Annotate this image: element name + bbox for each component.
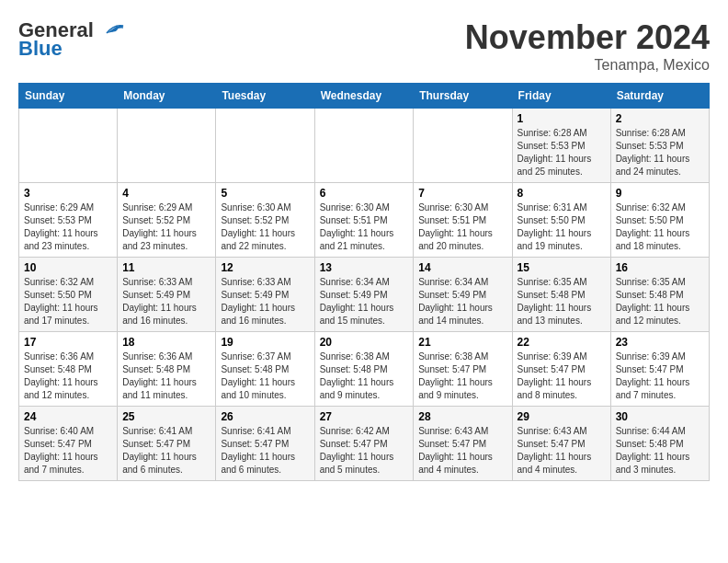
day-info: Sunrise: 6:35 AM Sunset: 5:48 PM Dayligh… bbox=[616, 276, 704, 327]
day-info: Sunrise: 6:43 AM Sunset: 5:47 PM Dayligh… bbox=[418, 425, 506, 477]
day-info: Sunrise: 6:40 AM Sunset: 5:47 PM Dayligh… bbox=[24, 425, 112, 477]
header-sunday: Sunday bbox=[19, 84, 118, 109]
calendar-cell: 7Sunrise: 6:30 AM Sunset: 5:51 PM Daylig… bbox=[414, 183, 512, 258]
day-number: 22 bbox=[518, 336, 606, 349]
header-saturday: Saturday bbox=[610, 84, 709, 109]
day-number: 23 bbox=[616, 336, 704, 349]
day-number: 20 bbox=[320, 336, 409, 349]
day-number: 28 bbox=[418, 410, 506, 423]
calendar-cell: 21Sunrise: 6:38 AM Sunset: 5:47 PM Dayli… bbox=[414, 332, 512, 407]
day-number: 12 bbox=[221, 261, 309, 274]
day-number: 18 bbox=[122, 336, 210, 349]
day-info: Sunrise: 6:29 AM Sunset: 5:53 PM Dayligh… bbox=[24, 201, 112, 253]
header-thursday: Thursday bbox=[414, 84, 512, 109]
day-number: 10 bbox=[24, 261, 112, 274]
calendar-week-4: 17Sunrise: 6:36 AM Sunset: 5:48 PM Dayli… bbox=[19, 332, 710, 407]
day-info: Sunrise: 6:33 AM Sunset: 5:49 PM Dayligh… bbox=[221, 276, 309, 327]
calendar-cell: 9Sunrise: 6:32 AM Sunset: 5:50 PM Daylig… bbox=[610, 183, 709, 258]
calendar-cell: 24Sunrise: 6:40 AM Sunset: 5:47 PM Dayli… bbox=[19, 407, 118, 481]
calendar-cell bbox=[314, 109, 414, 183]
calendar-cell: 17Sunrise: 6:36 AM Sunset: 5:48 PM Dayli… bbox=[19, 332, 118, 407]
day-info: Sunrise: 6:31 AM Sunset: 5:50 PM Dayligh… bbox=[518, 201, 606, 253]
calendar-week-1: 1Sunrise: 6:28 AM Sunset: 5:53 PM Daylig… bbox=[19, 109, 710, 183]
day-number: 3 bbox=[24, 187, 112, 200]
calendar-cell: 6Sunrise: 6:30 AM Sunset: 5:51 PM Daylig… bbox=[314, 183, 414, 258]
calendar-cell: 5Sunrise: 6:30 AM Sunset: 5:52 PM Daylig… bbox=[216, 183, 314, 258]
day-info: Sunrise: 6:36 AM Sunset: 5:48 PM Dayligh… bbox=[24, 350, 112, 402]
calendar-cell: 20Sunrise: 6:38 AM Sunset: 5:48 PM Dayli… bbox=[314, 332, 414, 407]
logo-blue: Blue bbox=[18, 37, 63, 61]
day-info: Sunrise: 6:41 AM Sunset: 5:47 PM Dayligh… bbox=[221, 425, 309, 477]
calendar-cell: 3Sunrise: 6:29 AM Sunset: 5:53 PM Daylig… bbox=[19, 183, 118, 258]
day-number: 21 bbox=[418, 336, 506, 349]
calendar-cell: 22Sunrise: 6:39 AM Sunset: 5:47 PM Dayli… bbox=[512, 332, 610, 407]
day-info: Sunrise: 6:39 AM Sunset: 5:47 PM Dayligh… bbox=[616, 350, 704, 402]
day-number: 26 bbox=[221, 410, 309, 423]
day-info: Sunrise: 6:39 AM Sunset: 5:47 PM Dayligh… bbox=[518, 350, 606, 402]
calendar-cell: 26Sunrise: 6:41 AM Sunset: 5:47 PM Dayli… bbox=[216, 407, 314, 481]
day-number: 30 bbox=[616, 410, 704, 423]
calendar-cell: 19Sunrise: 6:37 AM Sunset: 5:48 PM Dayli… bbox=[216, 332, 314, 407]
day-number: 4 bbox=[122, 187, 210, 200]
day-info: Sunrise: 6:30 AM Sunset: 5:51 PM Dayligh… bbox=[418, 201, 506, 253]
logo-bird-icon bbox=[97, 20, 125, 40]
day-number: 7 bbox=[418, 187, 506, 200]
day-info: Sunrise: 6:28 AM Sunset: 5:53 PM Dayligh… bbox=[518, 127, 606, 178]
day-number: 27 bbox=[320, 410, 409, 423]
day-number: 2 bbox=[616, 112, 704, 125]
day-info: Sunrise: 6:29 AM Sunset: 5:52 PM Dayligh… bbox=[122, 201, 210, 253]
calendar-cell: 28Sunrise: 6:43 AM Sunset: 5:47 PM Dayli… bbox=[414, 407, 512, 481]
day-info: Sunrise: 6:35 AM Sunset: 5:48 PM Dayligh… bbox=[518, 276, 606, 327]
calendar-cell bbox=[19, 109, 118, 183]
day-number: 9 bbox=[616, 187, 704, 200]
day-info: Sunrise: 6:38 AM Sunset: 5:47 PM Dayligh… bbox=[418, 350, 506, 402]
day-info: Sunrise: 6:43 AM Sunset: 5:47 PM Dayligh… bbox=[518, 425, 606, 477]
day-number: 25 bbox=[122, 410, 210, 423]
day-info: Sunrise: 6:30 AM Sunset: 5:52 PM Dayligh… bbox=[221, 201, 309, 253]
day-info: Sunrise: 6:32 AM Sunset: 5:50 PM Dayligh… bbox=[616, 201, 704, 253]
calendar-cell: 25Sunrise: 6:41 AM Sunset: 5:47 PM Dayli… bbox=[118, 407, 216, 481]
day-number: 16 bbox=[616, 261, 704, 274]
calendar-week-5: 24Sunrise: 6:40 AM Sunset: 5:47 PM Dayli… bbox=[19, 407, 710, 481]
calendar-cell: 16Sunrise: 6:35 AM Sunset: 5:48 PM Dayli… bbox=[610, 258, 709, 332]
day-number: 15 bbox=[518, 261, 606, 274]
calendar-cell: 1Sunrise: 6:28 AM Sunset: 5:53 PM Daylig… bbox=[512, 109, 610, 183]
logo: General Blue bbox=[18, 18, 125, 61]
calendar-cell: 29Sunrise: 6:43 AM Sunset: 5:47 PM Dayli… bbox=[512, 407, 610, 481]
calendar-cell bbox=[118, 109, 216, 183]
calendar-header-row: Sunday Monday Tuesday Wednesday Thursday… bbox=[19, 84, 710, 109]
calendar-cell: 10Sunrise: 6:32 AM Sunset: 5:50 PM Dayli… bbox=[19, 258, 118, 332]
calendar-cell: 13Sunrise: 6:34 AM Sunset: 5:49 PM Dayli… bbox=[314, 258, 414, 332]
calendar-cell bbox=[414, 109, 512, 183]
day-number: 11 bbox=[122, 261, 210, 274]
calendar-cell: 2Sunrise: 6:28 AM Sunset: 5:53 PM Daylig… bbox=[610, 109, 709, 183]
day-info: Sunrise: 6:38 AM Sunset: 5:48 PM Dayligh… bbox=[320, 350, 409, 402]
day-info: Sunrise: 6:34 AM Sunset: 5:49 PM Dayligh… bbox=[418, 276, 506, 327]
calendar-cell: 11Sunrise: 6:33 AM Sunset: 5:49 PM Dayli… bbox=[118, 258, 216, 332]
location: Tenampa, Mexico bbox=[465, 57, 710, 74]
header-wednesday: Wednesday bbox=[314, 84, 414, 109]
title-section: November 2024 Tenampa, Mexico bbox=[465, 18, 710, 74]
calendar-week-3: 10Sunrise: 6:32 AM Sunset: 5:50 PM Dayli… bbox=[19, 258, 710, 332]
calendar-cell: 12Sunrise: 6:33 AM Sunset: 5:49 PM Dayli… bbox=[216, 258, 314, 332]
calendar-table: Sunday Monday Tuesday Wednesday Thursday… bbox=[18, 83, 710, 481]
day-number: 1 bbox=[518, 112, 606, 125]
day-number: 14 bbox=[418, 261, 506, 274]
page-header: General Blue November 2024 Tenampa, Mexi… bbox=[18, 18, 710, 74]
calendar-cell: 14Sunrise: 6:34 AM Sunset: 5:49 PM Dayli… bbox=[414, 258, 512, 332]
calendar-cell: 18Sunrise: 6:36 AM Sunset: 5:48 PM Dayli… bbox=[118, 332, 216, 407]
day-number: 24 bbox=[24, 410, 112, 423]
day-info: Sunrise: 6:28 AM Sunset: 5:53 PM Dayligh… bbox=[616, 127, 704, 178]
calendar-cell: 4Sunrise: 6:29 AM Sunset: 5:52 PM Daylig… bbox=[118, 183, 216, 258]
header-tuesday: Tuesday bbox=[216, 84, 314, 109]
day-info: Sunrise: 6:33 AM Sunset: 5:49 PM Dayligh… bbox=[122, 276, 210, 327]
day-number: 8 bbox=[518, 187, 606, 200]
calendar-week-2: 3Sunrise: 6:29 AM Sunset: 5:53 PM Daylig… bbox=[19, 183, 710, 258]
day-number: 5 bbox=[221, 187, 309, 200]
day-info: Sunrise: 6:32 AM Sunset: 5:50 PM Dayligh… bbox=[24, 276, 112, 327]
day-number: 17 bbox=[24, 336, 112, 349]
header-monday: Monday bbox=[118, 84, 216, 109]
calendar-cell: 8Sunrise: 6:31 AM Sunset: 5:50 PM Daylig… bbox=[512, 183, 610, 258]
calendar-cell: 23Sunrise: 6:39 AM Sunset: 5:47 PM Dayli… bbox=[610, 332, 709, 407]
day-number: 29 bbox=[518, 410, 606, 423]
